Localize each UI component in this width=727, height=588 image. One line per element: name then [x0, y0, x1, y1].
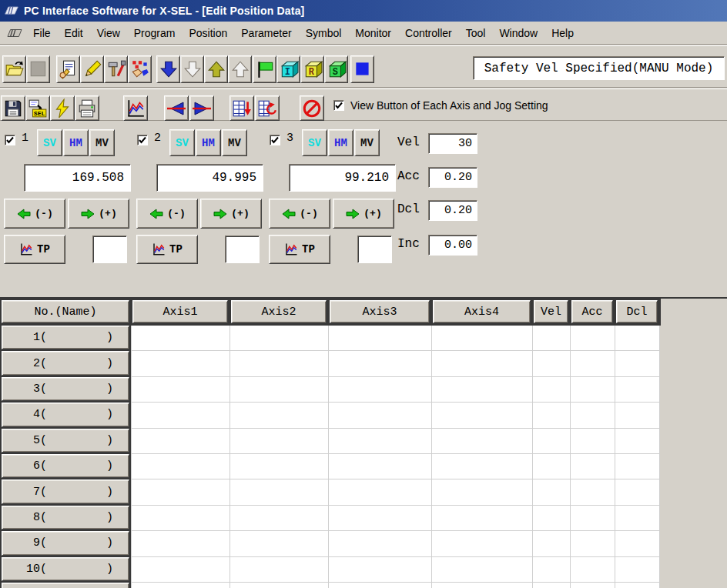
row-number: 3( — [2, 383, 47, 396]
row-header[interactable]: 2() — [2, 351, 129, 375]
row-header[interactable]: 4() — [2, 403, 129, 426]
axis2-jog-plus-button[interactable]: (+) — [200, 199, 262, 229]
axis3-teach-button[interactable]: TP — [269, 235, 330, 264]
menu-item-controller[interactable]: Controller — [398, 22, 459, 44]
row-header[interactable]: 9() — [2, 531, 129, 555]
menu-item-monitor[interactable]: Monitor — [348, 22, 398, 44]
input-port-button[interactable]: I — [276, 55, 300, 83]
reload-position-button[interactable] — [255, 95, 280, 121]
axis2-jog-inc-input[interactable] — [225, 236, 260, 263]
row-header[interactable]: 5() — [2, 429, 129, 453]
check-icon — [334, 101, 343, 110]
prohibition-icon — [302, 99, 322, 119]
axis2-teach-button[interactable]: TP — [136, 235, 198, 264]
axis1-jog-inc-input[interactable] — [92, 236, 127, 263]
register-button[interactable]: R — [300, 55, 324, 83]
inc-input[interactable]: 0.00 — [428, 235, 477, 256]
view-axis-jog-checkbox[interactable] — [333, 100, 344, 111]
edit-symbol-button[interactable] — [80, 55, 104, 83]
axis3-jog-plus-button[interactable]: (+) — [333, 199, 394, 229]
dcl-input[interactable]: 0.20 — [428, 200, 477, 221]
flash-write-button[interactable] — [50, 95, 75, 121]
row-header[interactable]: 8() — [2, 506, 129, 530]
acc-input[interactable]: 0.20 — [428, 167, 477, 188]
menu-item-window[interactable]: Window — [492, 22, 544, 44]
print-button[interactable] — [75, 95, 99, 121]
flag-button[interactable] — [253, 55, 276, 83]
menu-item-parameter[interactable]: Parameter — [234, 22, 298, 44]
edit-program-button[interactable] — [56, 55, 80, 83]
axis2-number-label: 2 — [154, 132, 161, 145]
menu-item-tool[interactable]: Tool — [459, 22, 493, 44]
row-cells[interactable] — [131, 506, 660, 531]
jog-plus-label: (+) — [231, 208, 249, 219]
row-cells[interactable] — [131, 583, 660, 588]
row-cells[interactable] — [131, 479, 660, 505]
row-header[interactable]: 10() — [2, 557, 129, 581]
row-cells[interactable] — [131, 557, 660, 583]
open-button[interactable] — [2, 55, 26, 83]
child-window-icon[interactable] — [6, 26, 23, 40]
row-header[interactable]: 6() — [2, 454, 129, 478]
next-axis-group-button[interactable] — [189, 95, 214, 121]
axis3-servo-button[interactable]: SV — [302, 129, 327, 156]
load-position-button[interactable] — [229, 95, 254, 121]
prev-axis-group-button[interactable] — [164, 95, 189, 121]
graph-icon — [126, 99, 146, 119]
axis3-jog-inc-input[interactable] — [357, 236, 392, 263]
row-header[interactable] — [2, 583, 129, 588]
symbol-cube-button[interactable]: S — [324, 55, 348, 83]
row-cells[interactable] — [131, 377, 660, 403]
axis2-servo-button[interactable]: SV — [169, 129, 195, 156]
graph-monitor-button[interactable] — [123, 95, 148, 121]
symbol-edit-button[interactable] — [128, 55, 152, 83]
axis2-home-button[interactable]: HM — [196, 129, 221, 156]
menu-item-position[interactable]: Position — [182, 22, 234, 44]
step-up-alt-button[interactable] — [228, 55, 252, 83]
menu-item-edit[interactable]: Edit — [58, 22, 90, 44]
axis1-servo-button[interactable]: SV — [37, 129, 62, 156]
table-rows: 1()2()3()4()5()6()7()8()9()10() — [0, 326, 727, 588]
row-number: 5( — [2, 434, 47, 447]
vel-input[interactable]: 30 — [428, 133, 477, 154]
row-cells[interactable] — [131, 454, 660, 479]
menu-item-program[interactable]: Program — [127, 22, 183, 44]
row-cells[interactable] — [131, 429, 660, 454]
tools-button[interactable] — [104, 55, 128, 83]
menu-item-symbol[interactable]: Symbol — [299, 22, 349, 44]
step-down-button[interactable] — [156, 55, 180, 83]
row-header[interactable]: 7() — [2, 479, 129, 503]
tp-label: TP — [37, 243, 50, 256]
svg-text:S: S — [332, 67, 337, 78]
save-button[interactable] — [1, 95, 25, 121]
row-header[interactable]: 1() — [2, 326, 129, 349]
axis1-home-button[interactable]: HM — [63, 129, 89, 156]
menu-item-file[interactable]: File — [26, 22, 58, 44]
axis2-enable-checkbox[interactable] — [137, 135, 148, 145]
row-header[interactable]: 3() — [2, 377, 129, 401]
stop-button[interactable] — [350, 55, 374, 83]
axis1-jog-minus-button[interactable]: (-) — [4, 199, 65, 229]
axis2-move-button[interactable]: MV — [222, 129, 247, 156]
row-cells[interactable] — [131, 531, 660, 556]
cancel-operation-button[interactable] — [300, 95, 324, 121]
transfer-to-sel-button[interactable]: SEL — [25, 95, 50, 121]
row-cells[interactable] — [131, 351, 660, 376]
axis3-jog-minus-button[interactable]: (-) — [269, 199, 330, 229]
left-arrow-axis-icon — [166, 99, 187, 118]
axis1-enable-checkbox[interactable] — [5, 135, 15, 145]
check-icon — [5, 135, 15, 145]
step-up-button[interactable] — [204, 55, 228, 83]
axis3-move-button[interactable]: MV — [354, 129, 380, 156]
menu-item-view[interactable]: View — [90, 22, 127, 44]
axis3-home-button[interactable]: HM — [328, 129, 353, 156]
row-cells[interactable] — [131, 403, 660, 428]
axis1-move-button[interactable]: MV — [89, 129, 115, 156]
axis1-teach-button[interactable]: TP — [4, 235, 65, 264]
step-down-alt-button[interactable] — [180, 55, 204, 83]
row-cells[interactable] — [131, 326, 660, 351]
menu-item-help[interactable]: Help — [544, 22, 581, 44]
axis1-jog-plus-button[interactable]: (+) — [68, 199, 129, 229]
axis3-enable-checkbox[interactable] — [270, 135, 280, 145]
axis2-jog-minus-button[interactable]: (-) — [136, 199, 198, 229]
